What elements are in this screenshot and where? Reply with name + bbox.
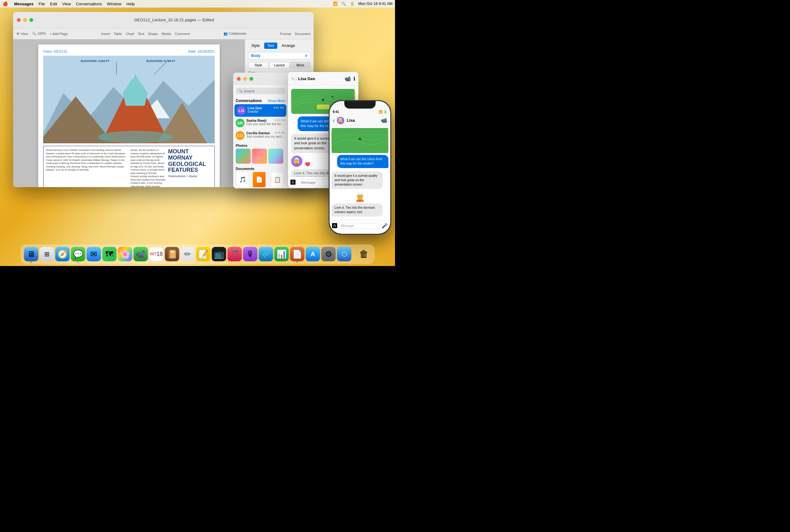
photo-thumb-2[interactable]: [252, 149, 267, 164]
dock-item-safari[interactable]: 🧭: [55, 247, 70, 261]
dock-item-appletv[interactable]: 📺: [212, 247, 226, 261]
menu-view[interactable]: View: [62, 2, 71, 6]
doc-geo112[interactable]: 📄 GEO112_Lecture_ 10.18.21 8:29 AM: [251, 172, 267, 188]
to-label: To:: [291, 77, 296, 81]
iphone-video-icon[interactable]: 📹: [381, 117, 387, 123]
menu-window[interactable]: Window: [107, 2, 121, 6]
conv-preview-cecilia: Just emailed you my section! Let me know…: [246, 135, 285, 138]
dock-item-finder[interactable]: 🖥: [24, 247, 38, 261]
search-icon[interactable]: 🔍: [341, 2, 346, 6]
toolbar-insert[interactable]: Insert: [101, 32, 110, 36]
maps-icon: 🗺: [106, 249, 114, 259]
dock-item-photos[interactable]: 🌸: [118, 247, 132, 261]
menu-file[interactable]: File: [38, 2, 45, 6]
toolbar-comment[interactable]: Comment: [175, 32, 190, 36]
trash-icon: 🗑: [359, 249, 369, 260]
doc-main-title: MOUNT MORNAY GEOLOGICAL FEATURES: [168, 149, 212, 173]
menu-edit[interactable]: Edit: [50, 2, 57, 6]
dock-item-notes[interactable]: 📔: [165, 247, 180, 261]
toolbar-view[interactable]: 👁 View: [16, 32, 28, 36]
close-button[interactable]: [17, 18, 21, 22]
messages-max-button[interactable]: [249, 77, 253, 81]
svg-point-15: [359, 138, 361, 140]
dock-item-tweetbot[interactable]: 🐦: [259, 247, 273, 261]
chat-header-icons: 📹 ℹ: [345, 76, 355, 82]
dock-item-appstore[interactable]: A: [306, 247, 320, 261]
minimize-button[interactable]: [23, 18, 27, 22]
menu-conversations[interactable]: Conversations: [76, 2, 102, 6]
dock-divider: [354, 248, 354, 260]
inspector-tab-style[interactable]: Style: [248, 42, 263, 49]
toolbar-collaborate[interactable]: 👥 Collaborate: [224, 32, 246, 36]
doc-class-label: Class: GEO112: [43, 50, 67, 53]
dock-item-maps[interactable]: 🗺: [102, 247, 117, 261]
wifi-icon[interactable]: 📶: [333, 2, 338, 6]
mountain-image: ELEVATION: 3,022 FT ELEVATION: 8,786 FT: [43, 56, 215, 143]
dock-item-calendar[interactable]: OCT 18: [149, 247, 164, 261]
finder-icon: 🖥: [27, 249, 35, 259]
toolbar-table[interactable]: Table: [114, 32, 122, 36]
dock-item-sysprefs[interactable]: ⚙: [321, 247, 336, 261]
inspector-tab-text[interactable]: Text: [264, 42, 277, 49]
body-style-label: Body: [251, 54, 260, 58]
conversation-lisa-gee[interactable]: LG Lisa Gee 9:41 AM Exactly!: [234, 104, 286, 117]
dock-item-numbers[interactable]: 📊: [275, 247, 289, 261]
iphone-message-input[interactable]: iMessage: [337, 223, 381, 229]
dock-item-podcasts[interactable]: 🎙: [243, 247, 258, 261]
dock-item-trash[interactable]: 🗑: [357, 247, 371, 261]
toolbar-zoom[interactable]: 🔍 100%: [32, 32, 46, 36]
dock-item-facetime[interactable]: 📹: [134, 247, 148, 261]
style-tab-layout[interactable]: Layout: [269, 62, 289, 68]
style-tab-style[interactable]: Style: [248, 62, 268, 68]
dock-item-music[interactable]: 🎵: [228, 247, 242, 261]
photo-thumb-1[interactable]: [236, 149, 251, 164]
dock-item-messages[interactable]: 💬: [71, 247, 86, 261]
messages-close-button[interactable]: [237, 77, 241, 81]
toolbar-text[interactable]: Text: [138, 32, 144, 36]
dock-item-freeform[interactable]: ✏: [181, 247, 195, 261]
toolbar-addpage[interactable]: + Add Page: [50, 32, 68, 36]
dock-item-launchpad[interactable]: ⊞: [40, 247, 54, 261]
dock-item-setapp[interactable]: ⬡: [337, 247, 352, 261]
svg-rect-13: [317, 104, 330, 109]
doc-name-presentation: Presentation Notes: [269, 188, 285, 188]
conversation-cecilia[interactable]: CD Cecilia Dantas 8:45 AM Just emailed y…: [233, 129, 288, 142]
messages-min-button[interactable]: [243, 77, 247, 81]
body-style-dropdown[interactable]: Body ∨: [248, 52, 311, 59]
doc-body-right: domes, are the products of volcanic erup…: [131, 149, 212, 187]
menu-help[interactable]: Help: [127, 2, 135, 6]
app-name[interactable]: Messages: [14, 2, 34, 6]
info-icon[interactable]: ℹ: [353, 76, 355, 82]
toolbar-media[interactable]: Media: [162, 32, 171, 36]
toolbar-format[interactable]: Format: [280, 32, 291, 36]
iphone-apps-icon[interactable]: 🅰: [332, 223, 337, 229]
search-bar[interactable]: 🔍 Search: [236, 88, 285, 94]
apps-icon[interactable]: 🅰: [290, 179, 296, 185]
doc-lecture3[interactable]: 🎵 Lecture 03 8:34 AM: [236, 172, 249, 188]
doc-presentation[interactable]: 📋 Presentation Notes Yesterday: [269, 172, 285, 188]
setapp-icon: ⬡: [341, 250, 347, 258]
facetime-video-icon[interactable]: 📹: [345, 76, 351, 82]
dock-item-pages[interactable]: 📄: [290, 247, 304, 261]
dock-item-stickies[interactable]: 📝: [196, 247, 211, 261]
toolbar-chart[interactable]: Chart: [126, 32, 134, 36]
maximize-button[interactable]: [30, 18, 33, 22]
style-tab-more[interactable]: More: [290, 62, 311, 68]
conversation-sasha[interactable]: SR Sasha Rawji 9:12 AM Can you send the …: [233, 117, 288, 129]
conv-preview-lisa: Exactly!: [248, 110, 284, 113]
sysprefs-icon: ⚙: [325, 249, 332, 259]
show-more-link[interactable]: Show More: [268, 99, 285, 103]
iphone-status-icons: 📶 🔋: [379, 110, 387, 114]
iphone-send-icon[interactable]: 🎤: [381, 223, 388, 229]
traffic-lights: [17, 18, 33, 22]
toolbar-document[interactable]: Document: [295, 32, 311, 36]
dock-item-mail[interactable]: ✉: [87, 247, 101, 261]
music-icon: 🎵: [230, 249, 240, 259]
svg-point-11: [322, 99, 324, 101]
photo-thumb-3[interactable]: [268, 149, 283, 164]
toolbar-shape[interactable]: Shape: [148, 32, 158, 36]
iphone-screen: 9:41 📶 🔋 ‹ 🧝 Lisa 📹: [330, 101, 390, 234]
iphone-back-button[interactable]: ‹: [333, 117, 335, 124]
apple-menu[interactable]: 🍎: [2, 1, 8, 6]
inspector-tab-arrange[interactable]: Arrange: [279, 42, 298, 49]
